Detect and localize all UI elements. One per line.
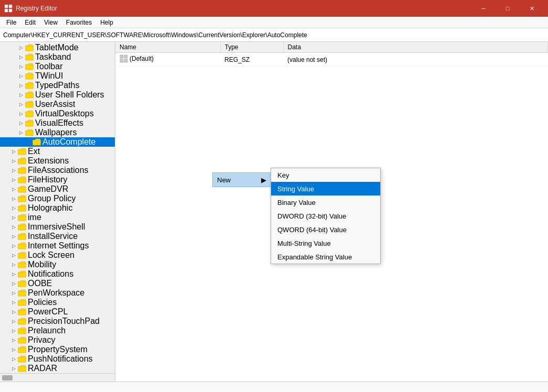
tree-node[interactable]: ▷ FileAssociations <box>0 166 115 175</box>
close-button[interactable]: ✕ <box>520 0 544 17</box>
app-icon <box>4 4 13 13</box>
folder-icon <box>25 119 35 127</box>
tree-node-label: Lock Screen <box>28 251 74 260</box>
svg-rect-6 <box>120 59 123 62</box>
tree-scroll[interactable]: ▷ TabletMode▷ Taskband▷ Toolbar▷ TWinUI▷… <box>0 42 115 373</box>
folder-icon <box>18 204 28 212</box>
addressbar: Computer\HKEY_CURRENT_USER\SOFTWARE\Micr… <box>0 28 548 42</box>
menu-view[interactable]: View <box>40 18 62 27</box>
tree-node[interactable]: ▷ RADAR <box>0 364 115 373</box>
tree-node[interactable]: ▷ PowerCPL <box>0 307 115 317</box>
tree-node[interactable]: ▷ VisualEffects <box>0 118 115 128</box>
folder-icon <box>18 308 28 315</box>
menubar: File Edit View Favorites Help <box>0 17 548 28</box>
tree-node-label: VisualEffects <box>35 118 83 128</box>
submenu-item[interactable]: QWORD (64-bit) Value <box>271 223 380 236</box>
tree-node[interactable]: ▷ User Shell Folders <box>0 90 115 100</box>
tree-node[interactable]: ▷ TWinUI <box>0 71 115 81</box>
menu-edit[interactable]: Edit <box>20 18 40 27</box>
folder-icon <box>18 261 28 268</box>
expander-icon: ▷ <box>9 317 18 325</box>
tree-node[interactable]: ▷ Toolbar <box>0 62 115 71</box>
expander-icon: ▷ <box>17 128 25 137</box>
tree-node[interactable]: ▷ TypedPaths <box>0 81 115 90</box>
submenu-item[interactable]: Binary Value <box>271 195 380 209</box>
col-name[interactable]: Name <box>115 42 220 53</box>
menu-file[interactable]: File <box>2 18 20 27</box>
folder-icon <box>18 346 28 353</box>
tree-node-label: TWinUI <box>35 71 63 81</box>
tree-node[interactable]: ▷ VirtualDesktops <box>0 109 115 118</box>
folder-icon <box>18 242 28 249</box>
tree-node[interactable]: ▷ FileHistory <box>0 175 115 184</box>
tree-node-label: Wallpapers <box>35 128 77 137</box>
tree-node-label: InstallService <box>28 232 78 241</box>
tree-node[interactable]: ▷ Taskband <box>0 52 115 62</box>
expander-icon: ▷ <box>17 119 25 127</box>
svg-rect-5 <box>124 55 127 58</box>
tree-node[interactable]: ▷ OOBE <box>0 279 115 288</box>
submenu-item[interactable]: DWORD (32-bit) Value <box>271 209 380 223</box>
tree-node[interactable]: ▷ Notifications <box>0 269 115 279</box>
menu-help[interactable]: Help <box>96 18 117 27</box>
new-menu-item[interactable]: New ▶ <box>212 172 271 187</box>
tree-node[interactable]: ▷ UserAssist <box>0 100 115 109</box>
expander-icon: ▷ <box>9 364 18 373</box>
folder-icon <box>25 63 35 70</box>
tree-node-label: Policies <box>28 298 57 307</box>
content-panel[interactable]: Name Type Data (Default) REG_SZ(value no… <box>115 42 548 382</box>
submenu-item[interactable]: String Value <box>271 182 380 195</box>
tree-node[interactable]: ▷ ime <box>0 213 115 222</box>
tree-node[interactable]: ▷ Holographic <box>0 203 115 213</box>
tree-horizontal-scrollbar[interactable] <box>0 373 115 382</box>
tree-node[interactable]: ▷ TabletMode <box>0 43 115 52</box>
tree-node[interactable]: ▷ Mobility <box>0 260 115 269</box>
tree-node-label: Prelaunch <box>28 326 66 335</box>
new-label: New <box>217 176 231 184</box>
tree-node[interactable]: ▷ Lock Screen <box>0 251 115 260</box>
tree-node[interactable]: ▷ Internet Settings <box>0 241 115 251</box>
tree-node[interactable]: ▷ Prelaunch <box>0 326 115 335</box>
tree-node[interactable]: ▷ ImmersiveShell <box>0 222 115 232</box>
folder-icon <box>18 365 28 372</box>
svg-rect-2 <box>5 9 8 12</box>
svg-rect-1 <box>9 5 12 8</box>
tree-node[interactable]: ▷ GameDVR <box>0 184 115 194</box>
titlebar: Registry Editor ─ □ ✕ <box>0 0 548 17</box>
tree-node-label: PowerCPL <box>28 307 68 317</box>
tree-node[interactable]: ▷ Wallpapers <box>0 128 115 137</box>
folder-icon <box>25 129 35 136</box>
folder-icon <box>18 167 28 174</box>
expander-icon <box>24 138 33 146</box>
tree-node-label: TabletMode <box>35 43 79 52</box>
tree-node[interactable]: ▷ Group Policy <box>0 194 115 203</box>
expander-icon: ▷ <box>9 157 18 165</box>
tree-node[interactable]: ▷ Policies <box>0 298 115 307</box>
minimize-button[interactable]: ─ <box>471 0 496 17</box>
col-type[interactable]: Type <box>220 42 283 53</box>
submenu-item[interactable]: Expandable String Value <box>271 250 380 264</box>
tree-node[interactable]: ▷ InstallService <box>0 232 115 241</box>
tree-node-label: PenWorkspace <box>28 288 84 298</box>
tree-node-label: UserAssist <box>35 100 75 109</box>
folder-icon <box>18 233 28 240</box>
col-data[interactable]: Data <box>283 42 548 53</box>
tree-node[interactable]: ▷ PrecisionTouchPad <box>0 317 115 326</box>
table-row[interactable]: (Default) REG_SZ(value not set) <box>115 53 548 67</box>
submenu-item[interactable]: Multi-String Value <box>271 236 380 250</box>
tree-node[interactable]: ▷ Ext <box>0 147 115 156</box>
tree-node[interactable]: ▷ Extensions <box>0 156 115 166</box>
window-controls: ─ □ ✕ <box>471 0 544 17</box>
folder-icon <box>18 252 28 259</box>
tree-node[interactable]: ▷ Privacy <box>0 335 115 345</box>
submenu-item[interactable]: Key <box>271 168 380 182</box>
expander-icon: ▷ <box>9 345 18 354</box>
tree-node[interactable]: ▷ PushNotifications <box>0 354 115 364</box>
tree-node[interactable]: AutoComplete <box>0 137 115 147</box>
tree-node[interactable]: ▷ PenWorkspace <box>0 288 115 298</box>
tree-node-label: RADAR <box>28 364 57 373</box>
tree-node[interactable]: ▷ PropertySystem <box>0 345 115 354</box>
maximize-button[interactable]: □ <box>496 0 520 17</box>
tree-node-label: GameDVR <box>28 184 68 194</box>
menu-favorites[interactable]: Favorites <box>62 18 96 27</box>
